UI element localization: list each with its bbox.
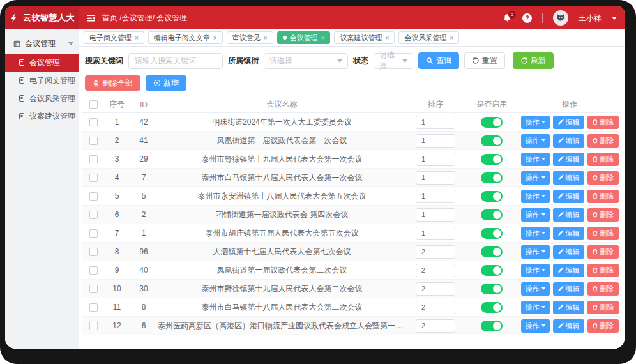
row-more-button[interactable]: 操作: [521, 282, 550, 296]
enabled-toggle[interactable]: [481, 209, 503, 220]
row-checkbox[interactable]: [89, 137, 98, 145]
enabled-toggle[interactable]: [481, 135, 503, 146]
sort-input[interactable]: [416, 319, 455, 333]
tab-close-icon[interactable]: ×: [450, 34, 453, 42]
row-edit-button[interactable]: 编辑: [553, 171, 584, 185]
sort-input[interactable]: [416, 171, 455, 185]
enabled-toggle[interactable]: [481, 302, 503, 313]
enabled-toggle[interactable]: [481, 191, 503, 202]
enabled-toggle[interactable]: [481, 265, 503, 276]
sidebar-item[interactable]: 会议管理: [5, 54, 79, 72]
row-edit-button[interactable]: 编辑: [553, 301, 584, 314]
select-all-checkbox[interactable]: [89, 100, 98, 109]
enabled-toggle[interactable]: [481, 117, 503, 128]
status-select[interactable]: 请选择: [374, 53, 413, 69]
username[interactable]: 王小祥: [579, 13, 602, 24]
sort-input[interactable]: [416, 190, 455, 203]
row-edit-button[interactable]: 编辑: [553, 319, 584, 333]
row-edit-button[interactable]: 编辑: [553, 264, 584, 277]
row-more-button[interactable]: 操作: [521, 264, 550, 277]
notification-bell-icon[interactable]: 5: [503, 13, 512, 23]
tab[interactable]: 审议意见 ×: [227, 31, 273, 44]
sort-input[interactable]: [416, 116, 455, 129]
row-delete-button[interactable]: 删除: [587, 301, 619, 314]
sort-input[interactable]: [416, 134, 455, 148]
sidebar-item[interactable]: 电子阅文管理: [5, 72, 79, 89]
row-checkbox[interactable]: [89, 266, 98, 275]
row-edit-button[interactable]: 编辑: [553, 190, 584, 203]
row-more-button[interactable]: 操作: [521, 134, 550, 148]
street-select[interactable]: 请选择: [264, 53, 348, 69]
row-checkbox[interactable]: [89, 118, 98, 126]
sort-input[interactable]: [416, 301, 455, 314]
row-checkbox[interactable]: [89, 192, 98, 201]
row-checkbox[interactable]: [89, 211, 98, 219]
row-edit-button[interactable]: 编辑: [553, 134, 584, 148]
tab[interactable]: 会议风采管理 ×: [398, 31, 459, 44]
row-edit-button[interactable]: 编辑: [553, 153, 584, 166]
add-button[interactable]: 新增: [146, 75, 186, 91]
row-checkbox[interactable]: [89, 174, 98, 182]
row-more-button[interactable]: 操作: [521, 319, 550, 333]
row-checkbox[interactable]: [89, 285, 98, 293]
delete-all-button[interactable]: 删除全部: [85, 75, 140, 91]
row-checkbox[interactable]: [89, 155, 98, 163]
row-more-button[interactable]: 操作: [521, 301, 550, 314]
sort-input[interactable]: [416, 227, 455, 240]
row-edit-button[interactable]: 编辑: [553, 208, 584, 222]
sidebar-group-meeting-mgmt[interactable]: 会议管理: [5, 33, 79, 54]
tab-close-icon[interactable]: ×: [264, 34, 268, 42]
user-menu-chevron-icon[interactable]: [612, 17, 617, 20]
sidebar-item[interactable]: 会议风采管理: [5, 89, 79, 107]
sort-input[interactable]: [416, 208, 455, 222]
row-delete-button[interactable]: 删除: [587, 319, 619, 333]
row-delete-button[interactable]: 删除: [587, 116, 619, 129]
enabled-toggle[interactable]: [481, 321, 503, 331]
tab[interactable]: 电子阅文管理 ×: [84, 31, 144, 44]
row-edit-button[interactable]: 编辑: [553, 227, 584, 240]
row-checkbox[interactable]: [89, 322, 98, 330]
enabled-toggle[interactable]: [481, 246, 503, 257]
keyword-input[interactable]: [128, 53, 223, 69]
tab-close-icon[interactable]: ×: [385, 34, 389, 42]
row-checkbox[interactable]: [89, 229, 98, 238]
enabled-toggle[interactable]: [481, 228, 503, 239]
row-edit-button[interactable]: 编辑: [553, 116, 584, 129]
help-icon[interactable]: ?: [522, 13, 532, 23]
row-delete-button[interactable]: 删除: [587, 264, 619, 277]
row-edit-button[interactable]: 编辑: [553, 282, 584, 296]
row-more-button[interactable]: 操作: [521, 153, 550, 166]
query-button[interactable]: 查询: [418, 52, 459, 69]
sort-input[interactable]: [416, 245, 455, 259]
row-more-button[interactable]: 操作: [521, 171, 550, 185]
row-delete-button[interactable]: 删除: [587, 245, 619, 259]
refresh-button[interactable]: 刷新: [513, 52, 554, 69]
row-delete-button[interactable]: 删除: [587, 227, 619, 240]
row-checkbox[interactable]: [89, 303, 98, 312]
row-delete-button[interactable]: 删除: [587, 134, 619, 148]
tab[interactable]: 会议管理 ×: [277, 31, 331, 44]
sort-input[interactable]: [416, 153, 455, 166]
row-delete-button[interactable]: 删除: [587, 190, 619, 203]
sidebar-item[interactable]: 议案建议管理: [5, 107, 79, 125]
row-more-button[interactable]: 操作: [521, 208, 550, 222]
row-more-button[interactable]: 操作: [521, 190, 550, 203]
row-delete-button[interactable]: 删除: [587, 171, 619, 185]
tab-close-icon[interactable]: ×: [213, 34, 217, 42]
row-more-button[interactable]: 操作: [521, 116, 550, 129]
tab[interactable]: 编辑电子阅文文章 ×: [148, 31, 223, 44]
row-delete-button[interactable]: 删除: [587, 208, 619, 222]
enabled-toggle[interactable]: [481, 154, 503, 165]
row-more-button[interactable]: 操作: [521, 245, 550, 259]
sort-input[interactable]: [416, 282, 455, 296]
menu-fold-icon[interactable]: [86, 13, 96, 23]
tab[interactable]: 议案建议管理 ×: [334, 31, 395, 44]
enabled-toggle[interactable]: [481, 172, 503, 183]
enabled-toggle[interactable]: [481, 284, 503, 294]
sort-input[interactable]: [416, 264, 455, 277]
row-delete-button[interactable]: 删除: [587, 282, 619, 296]
reset-button[interactable]: 重置: [464, 52, 505, 69]
tab-close-icon[interactable]: ×: [321, 34, 325, 42]
tab-close-icon[interactable]: ×: [135, 34, 139, 42]
avatar[interactable]: [553, 10, 568, 26]
